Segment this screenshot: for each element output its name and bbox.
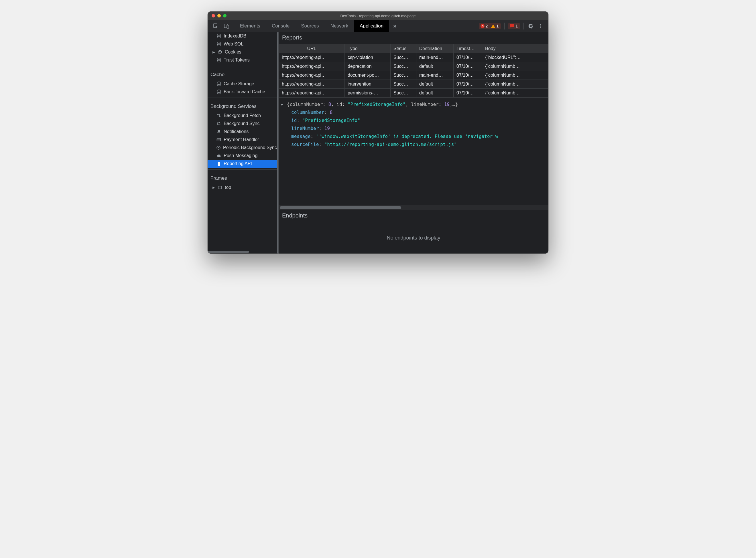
close-window-button[interactable]: [212, 14, 215, 18]
sidebar-item-websql[interactable]: Web SQL: [208, 40, 277, 48]
col-status[interactable]: Status: [391, 44, 416, 53]
endpoints-empty-state: No endpoints to display: [278, 222, 548, 254]
sidebar-item-label: Payment Handler: [224, 137, 259, 142]
toolbar-divider: [504, 23, 505, 29]
more-tabs-button[interactable]: »: [389, 20, 400, 32]
tab-label: Console: [272, 23, 290, 29]
sidebar-item-label: Push Messaging: [224, 153, 258, 158]
cloud-icon: [216, 153, 221, 158]
table-row[interactable]: https://reporting-api…deprecationSucc…de…: [279, 62, 548, 71]
minimize-window-button[interactable]: [217, 14, 221, 18]
sidebar-item-reporting-api[interactable]: Reporting API: [208, 160, 277, 168]
sidebar-item-cookies[interactable]: ▶ Cookies: [208, 48, 277, 56]
inspect-element-icon[interactable]: [213, 23, 219, 29]
object-property[interactable]: sourceFile: "https://reporting-api-demo.…: [281, 141, 546, 149]
cell-ts: 07/10/…: [454, 71, 482, 80]
error-icon: ✕: [481, 24, 485, 28]
sidebar-item-label: IndexedDB: [224, 33, 246, 39]
window-title: DevTools - reporting-api-demo.glitch.me/…: [208, 14, 548, 18]
object-property[interactable]: lineNumber: 19: [281, 125, 546, 132]
prop-key: message: [291, 134, 311, 139]
scrollbar-thumb[interactable]: [280, 206, 401, 209]
svg-point-14: [217, 82, 220, 83]
tab-sources[interactable]: Sources: [295, 20, 324, 32]
sidebar-item-label: top: [225, 185, 231, 190]
device-toggle-icon[interactable]: [224, 23, 229, 29]
cell-body: {"columnNumb…: [482, 89, 548, 98]
object-property[interactable]: columnNumber: 8: [281, 108, 546, 117]
table-row[interactable]: https://reporting-api…interventionSucc…d…: [279, 80, 548, 89]
cell-type: permissions-…: [345, 89, 391, 98]
svg-rect-2: [227, 25, 229, 28]
warning-count: 1: [496, 24, 498, 28]
cell-url: https://reporting-api…: [279, 80, 345, 89]
col-type[interactable]: Type: [345, 44, 391, 53]
cell-status: Succ…: [391, 89, 416, 98]
error-badge[interactable]: ✕ 2 1: [479, 23, 501, 29]
svg-point-12: [220, 53, 221, 53]
cell-url: https://reporting-api…: [279, 89, 345, 98]
tab-label: Application: [360, 23, 384, 29]
object-property[interactable]: id: "PrefixedStorageInfo": [281, 117, 546, 125]
issues-icon: [510, 24, 514, 28]
table-row[interactable]: https://reporting-api…permissions-…Succ……: [279, 89, 548, 98]
sidebar-item-bfcache[interactable]: Back-forward Cache: [208, 88, 277, 96]
more-options-button[interactable]: [537, 22, 544, 30]
database-icon: [216, 34, 221, 39]
sidebar-item-indexeddb[interactable]: IndexedDB: [208, 32, 277, 40]
col-body[interactable]: Body: [482, 44, 548, 53]
issues-badge[interactable]: 1: [508, 23, 520, 29]
chevron-double-right-icon: »: [393, 23, 396, 29]
svg-point-4: [540, 25, 541, 27]
cell-ts: 07/10/…: [454, 62, 482, 71]
sidebar-heading-bg-services: Background Services: [208, 100, 277, 111]
card-icon: [216, 137, 221, 142]
col-timestamp[interactable]: Timest…: [454, 44, 482, 53]
object-summary[interactable]: ▼ {columnNumber: 8, id: "PrefixedStorage…: [281, 100, 546, 108]
cell-body: {"blockedURL":…: [482, 53, 548, 62]
cell-status: Succ…: [391, 71, 416, 80]
prop-key: lineNumber: [291, 126, 319, 131]
reports-table: URL Type Status Destination Timest… Body…: [278, 44, 548, 98]
sidebar-item-trust-tokens[interactable]: Trust Tokens: [208, 56, 277, 64]
cookie-icon: [217, 50, 222, 54]
sync-icon: [216, 121, 221, 126]
sidebar-scrollbar[interactable]: [208, 250, 277, 254]
zoom-window-button[interactable]: [223, 14, 226, 18]
tab-console[interactable]: Console: [266, 20, 295, 32]
sidebar-item-label: Background Sync: [224, 121, 260, 126]
sidebar-item-push-messaging[interactable]: Push Messaging: [208, 152, 277, 160]
col-url[interactable]: URL: [279, 44, 345, 53]
col-destination[interactable]: Destination: [416, 44, 454, 53]
prop-value: 8: [330, 109, 333, 115]
table-row[interactable]: https://reporting-api…csp-violationSucc……: [279, 53, 548, 62]
sidebar-item-frame-top[interactable]: ▶ top: [208, 183, 277, 192]
bell-icon: [216, 129, 221, 134]
sidebar-item-cache-storage[interactable]: Cache Storage: [208, 80, 277, 88]
main-toolbar: Elements Console Sources Network Applica…: [208, 20, 548, 32]
sidebar-item-notifications[interactable]: Notifications: [208, 128, 277, 136]
sidebar-item-bg-sync[interactable]: Background Sync: [208, 120, 277, 128]
cell-status: Succ…: [391, 62, 416, 71]
sidebar-heading-cache: Cache: [208, 68, 277, 80]
settings-button[interactable]: [527, 22, 535, 30]
titlebar: DevTools - reporting-api-demo.glitch.me/…: [208, 11, 548, 20]
endpoints-section: Endpoints No endpoints to display: [278, 210, 548, 254]
detail-scrollbar[interactable]: [278, 205, 548, 210]
object-property[interactable]: message: "'window.webkitStorageInfo' is …: [281, 132, 546, 141]
tab-network[interactable]: Network: [325, 20, 354, 32]
sidebar-item-payment-handler[interactable]: Payment Handler: [208, 136, 277, 144]
scrollbar-thumb[interactable]: [208, 251, 249, 253]
sidebar-item-bg-fetch[interactable]: Background Fetch: [208, 111, 277, 120]
warning-icon: [491, 24, 495, 28]
tab-elements[interactable]: Elements: [234, 20, 266, 32]
cell-type: document-po…: [345, 71, 391, 80]
table-row[interactable]: https://reporting-api…document-po…Succ…m…: [279, 71, 548, 80]
svg-point-7: [217, 42, 220, 43]
chevron-right-icon: ▶: [212, 50, 215, 54]
cell-dest: main-end…: [416, 71, 454, 80]
sidebar-item-periodic-bg-sync[interactable]: Periodic Background Sync: [208, 144, 277, 152]
tab-application[interactable]: Application: [354, 20, 389, 32]
database-icon: [216, 90, 221, 94]
cell-status: Succ…: [391, 80, 416, 89]
